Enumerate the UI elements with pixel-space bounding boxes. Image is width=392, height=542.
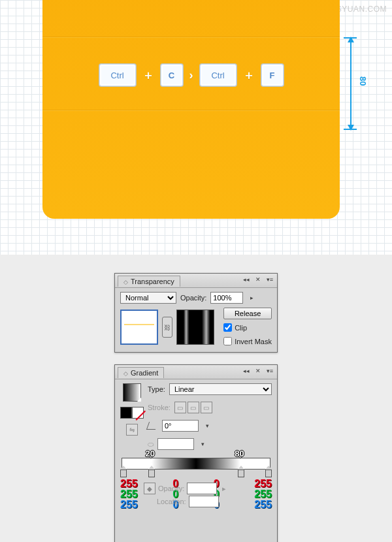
gradient-stop[interactable] [120, 470, 127, 477]
fold-line-1 [42, 37, 340, 38]
plus-icon: ＋ [142, 67, 154, 83]
gradient-type-select[interactable]: Linear [169, 383, 272, 395]
dropdown-icon[interactable]: ▸ [220, 485, 229, 492]
reverse-gradient-icon[interactable]: ⇋ [126, 424, 138, 436]
key-f: F [261, 64, 284, 86]
stroke-label: Stroke: [148, 404, 171, 411]
chevron-right-icon: › [189, 69, 193, 82]
opacity-stop-icon: ◆ [144, 483, 155, 494]
clip-checkbox[interactable]: Clip [223, 323, 272, 332]
measurement-value: 80 [358, 76, 368, 86]
stop-location-label: Location: [157, 498, 186, 505]
key-ctrl-1: Ctrl [99, 64, 136, 86]
gradient-stop[interactable] [238, 470, 244, 477]
close-icon[interactable]: ✕ [253, 276, 263, 283]
panel-menu-icon[interactable]: ▾≡ [265, 367, 274, 375]
release-button[interactable]: Release [223, 308, 272, 319]
gradient-tab[interactable]: Gradient [118, 367, 164, 378]
stroke-mode-3[interactable]: ▭ [201, 402, 212, 413]
gradient-stop[interactable] [265, 470, 272, 477]
mask-thumbnail[interactable] [176, 310, 214, 345]
gradient-panel: Gradient ◂◂ ✕ ▾≡ ⇋ Type: [114, 364, 278, 542]
transparency-panel: Transparency ◂◂ ✕ ▾≡ Normal Opacity: ▸ ⛓ [114, 273, 278, 353]
link-mask-icon[interactable]: ⛓ [162, 317, 172, 338]
invert-mask-input[interactable] [223, 337, 232, 345]
measurement-guide: 80 [346, 37, 372, 130]
orange-shape[interactable]: Ctrl ＋ C › Ctrl ＋ F [42, 0, 340, 219]
collapse-left-icon[interactable]: ◂◂ [242, 367, 251, 375]
transparency-tab[interactable]: Transparency [118, 276, 180, 287]
stop-opacity-input[interactable] [187, 483, 217, 494]
panel-header[interactable]: Gradient ◂◂ ✕ ▾≡ [115, 365, 277, 379]
dropdown-icon[interactable]: ▾ [198, 440, 207, 448]
none-swatch[interactable] [132, 407, 144, 419]
blend-mode-select[interactable]: Normal [120, 292, 176, 304]
opacity-label: Opacity: [180, 294, 206, 302]
gradient-ramp[interactable]: 20 80 [122, 458, 270, 470]
panels-area: Transparency ◂◂ ✕ ▾≡ Normal Opacity: ▸ ⛓ [0, 255, 392, 542]
stop-position-right: 80 [235, 449, 244, 458]
artboard-grid: 思缘设计论坛 WWW.MISSYUAN.COM Ctrl ＋ C › Ctrl … [0, 0, 392, 255]
plus-icon: ＋ [243, 67, 255, 83]
opacity-input[interactable] [210, 292, 243, 304]
clip-checkbox-input[interactable] [223, 323, 232, 332]
invert-mask-checkbox[interactable]: Invert Mask [223, 337, 272, 345]
angle-input[interactable] [162, 420, 199, 432]
stroke-mode-2[interactable]: ▭ [188, 402, 199, 413]
panel-header[interactable]: Transparency ◂◂ ✕ ▾≡ [115, 274, 277, 288]
collapse-left-icon[interactable]: ◂◂ [242, 276, 251, 283]
dropdown-icon[interactable]: ▾ [203, 422, 212, 430]
dropdown-icon[interactable]: ▸ [247, 294, 256, 302]
stop-location-input[interactable] [189, 496, 219, 507]
stroke-mode-1[interactable]: ▭ [174, 402, 186, 413]
stop-opacity-label: Opacity: [158, 485, 184, 492]
gradient-swatch[interactable] [123, 383, 141, 402]
aspect-input[interactable] [157, 438, 194, 450]
panel-menu-icon[interactable]: ▾≡ [265, 276, 274, 283]
object-thumbnail[interactable] [120, 310, 158, 345]
key-ctrl-2: Ctrl [200, 64, 237, 86]
fold-line-2 [42, 110, 340, 111]
fill-swatch[interactable] [120, 407, 132, 419]
type-label: Type: [148, 385, 165, 393]
angle-icon [146, 422, 158, 430]
shortcut-hint: Ctrl ＋ C › Ctrl ＋ F [42, 64, 340, 86]
aspect-icon: ⬭ [148, 440, 154, 449]
close-icon[interactable]: ✕ [253, 367, 263, 375]
stop-position-left: 20 [145, 449, 154, 458]
gradient-stop[interactable] [148, 470, 155, 477]
key-c: C [161, 64, 183, 86]
